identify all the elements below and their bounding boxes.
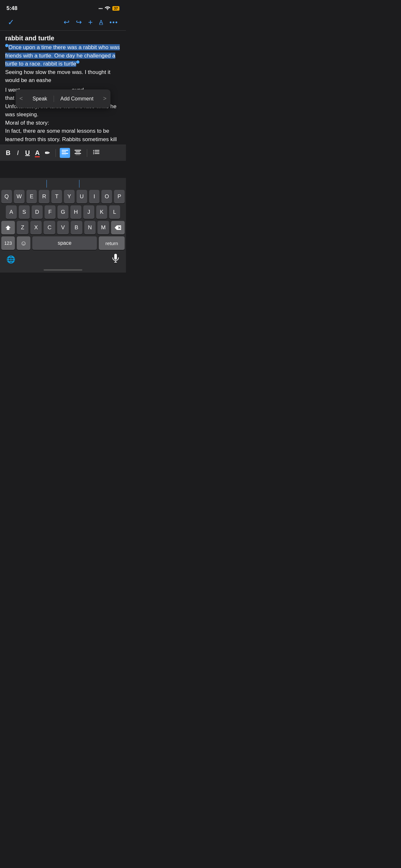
format-bar: B I U A ✏ — [0, 145, 126, 161]
status-time: 5:48 — [6, 5, 18, 11]
selected-text[interactable]: Once upon a time there was a rabbit who … — [5, 44, 120, 67]
text-format-button[interactable]: A — [96, 18, 105, 27]
context-menu-speak[interactable]: Speak — [27, 93, 53, 104]
wifi-icon — [104, 5, 111, 11]
keyboard: Q W E R T Y U I O P A S D F G H J K L Z … — [0, 178, 126, 273]
svg-point-12 — [93, 153, 94, 154]
context-menu-prev[interactable]: < — [16, 93, 27, 104]
key-v[interactable]: V — [57, 221, 69, 235]
key-i[interactable]: I — [89, 190, 100, 204]
context-menu: < Speak Add Comment > — [16, 89, 111, 108]
battery-level: 37 — [112, 6, 120, 11]
key-s[interactable]: S — [19, 206, 30, 219]
microphone-button[interactable] — [112, 254, 120, 266]
keyboard-row-3: Z X C V B N M — [0, 220, 126, 236]
cursor-row — [0, 178, 126, 189]
underline-button[interactable]: U — [23, 148, 32, 158]
align-center-button[interactable] — [73, 148, 83, 158]
add-button[interactable]: + — [86, 17, 95, 28]
more-button[interactable]: ••• — [107, 18, 121, 27]
signal-icon: ▪▪▪ — [98, 6, 103, 11]
document-title: rabbit and turtle — [5, 35, 121, 42]
status-icons: ▪▪▪ 37 — [98, 5, 120, 11]
keyboard-row-2: A S D F G H J K L — [0, 205, 126, 220]
key-l[interactable]: L — [109, 206, 120, 219]
key-e[interactable]: E — [27, 190, 37, 204]
check-button[interactable]: ✓ — [5, 17, 17, 28]
svg-rect-2 — [62, 153, 68, 154]
key-w[interactable]: W — [14, 190, 25, 204]
pencil-icon: ✏ — [45, 150, 50, 156]
num-key[interactable]: 123 — [1, 237, 15, 250]
key-j[interactable]: J — [83, 206, 94, 219]
key-q[interactable]: Q — [1, 190, 12, 204]
shift-key[interactable] — [1, 221, 15, 235]
color-button[interactable]: A — [34, 149, 40, 157]
color-a-label: A — [35, 149, 39, 157]
svg-point-10 — [93, 152, 94, 153]
undo-button[interactable]: ↩ — [61, 17, 72, 28]
status-bar: 5:48 ▪▪▪ 37 — [0, 0, 126, 14]
format-sep1 — [56, 149, 56, 157]
key-x[interactable]: X — [30, 221, 42, 235]
svg-marker-14 — [5, 225, 11, 230]
editor-text[interactable]: Once upon a time there was a rabbit who … — [5, 43, 121, 85]
cursor-left — [47, 180, 47, 188]
keyboard-row-1: Q W E R T Y U I O P — [0, 189, 126, 205]
home-bar — [43, 269, 82, 271]
svg-rect-6 — [74, 153, 81, 154]
key-u[interactable]: U — [76, 190, 87, 204]
key-k[interactable]: K — [96, 206, 107, 219]
svg-rect-3 — [62, 155, 66, 155]
context-menu-sep — [54, 96, 54, 102]
cursor-right — [79, 180, 80, 188]
key-r[interactable]: R — [39, 190, 50, 204]
svg-rect-4 — [74, 150, 81, 151]
key-a[interactable]: A — [6, 206, 17, 219]
align-left-button[interactable] — [60, 148, 70, 158]
editor-area[interactable]: rabbit and turtle Once upon a time there… — [0, 31, 126, 145]
pencil-button[interactable]: ✏ — [43, 148, 52, 158]
editor-toolbar: ✓ ↩ ↪ + A ••• — [0, 14, 126, 30]
selection-handle-right — [76, 60, 80, 64]
bold-button[interactable]: B — [4, 148, 12, 158]
svg-rect-15 — [114, 254, 117, 259]
key-m[interactable]: M — [97, 221, 109, 235]
context-menu-next[interactable]: > — [99, 93, 111, 104]
svg-rect-11 — [95, 152, 99, 152]
svg-point-8 — [93, 150, 94, 151]
key-c[interactable]: C — [43, 221, 55, 235]
italic-button[interactable]: I — [15, 148, 21, 158]
editor-body-text: Seeing how slow the move was. I thought … — [5, 69, 111, 84]
key-z[interactable]: Z — [17, 221, 28, 235]
key-b[interactable]: B — [71, 221, 82, 235]
globe-button[interactable]: 🌐 — [6, 255, 15, 264]
key-f[interactable]: F — [44, 206, 56, 219]
key-n[interactable]: N — [84, 221, 96, 235]
keyboard-row-4: 123 ☺ space return — [0, 236, 126, 251]
key-y[interactable]: Y — [64, 190, 74, 204]
svg-rect-13 — [95, 153, 99, 154]
key-t[interactable]: T — [51, 190, 62, 204]
svg-rect-7 — [75, 155, 80, 155]
list-button[interactable] — [91, 148, 101, 158]
emoji-key[interactable]: ☺ — [17, 237, 30, 250]
context-menu-add-comment[interactable]: Add Comment — [55, 93, 99, 104]
space-key[interactable]: space — [32, 237, 97, 250]
redo-button[interactable]: ↪ — [73, 17, 84, 28]
key-h[interactable]: H — [70, 206, 81, 219]
backspace-key[interactable] — [111, 221, 125, 235]
key-o[interactable]: O — [101, 190, 112, 204]
home-indicator — [0, 268, 126, 273]
key-g[interactable]: G — [58, 206, 68, 219]
svg-rect-9 — [95, 150, 99, 151]
svg-rect-0 — [62, 150, 68, 151]
svg-rect-5 — [75, 151, 80, 152]
key-p[interactable]: P — [114, 190, 125, 204]
key-d[interactable]: D — [32, 206, 42, 219]
editor-content[interactable]: Once upon a time there was a rabbit who … — [5, 43, 121, 144]
keyboard-bottom-bar: 🌐 — [0, 251, 126, 268]
return-key[interactable]: return — [99, 237, 125, 250]
svg-rect-1 — [62, 151, 66, 152]
toolbar-actions: ↩ ↪ + A ••• — [61, 17, 121, 28]
